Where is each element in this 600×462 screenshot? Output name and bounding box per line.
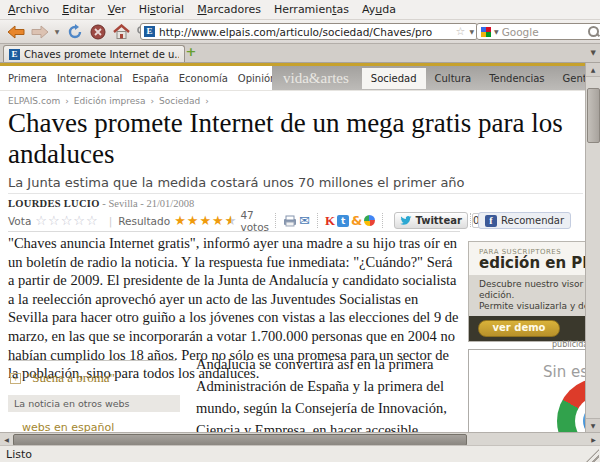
breadcrumb-edicion[interactable]: Edición impresa (74, 96, 146, 106)
article-headline: Chaves promete Internet de un mega grati… (8, 108, 585, 170)
tab-list-dropdown-icon[interactable]: ▼ (591, 49, 596, 57)
separator (382, 213, 383, 228)
breadcrumb-sociedad[interactable]: Sociedad (159, 96, 200, 106)
reload-button[interactable] (64, 22, 86, 41)
byline-place: Sevilla (108, 198, 137, 209)
pdf-description: Descubre nuestro visor de la edición. Pe… (469, 275, 585, 316)
pdf-promo-box: PARA SUSCRIPTORES edición en PDF Descubr… (468, 241, 585, 342)
resize-grip[interactable] (586, 449, 599, 462)
tab-bar: E Chaves promete Internet de u... + ▼ (0, 44, 600, 63)
search-input[interactable]: Google (502, 26, 585, 38)
expand-icon: + (10, 373, 21, 384)
tuenti-icon[interactable]: t (337, 214, 349, 228)
band-tab-cultura[interactable]: Cultura (426, 68, 481, 89)
tab-active[interactable]: E Chaves promete Internet de u... (3, 45, 185, 62)
engine-dropdown-icon[interactable]: ▼ (494, 28, 499, 35)
scroll-up-button[interactable]: ▲ (586, 63, 600, 77)
vertical-scrollbar-thumb[interactable] (587, 88, 600, 143)
band-tab-tendencias[interactable]: Tendencias (480, 68, 553, 89)
share-ball-icon[interactable] (364, 214, 375, 228)
horizontal-scrollbar[interactable]: ◀ ▶ (0, 432, 600, 445)
nav-link-espana[interactable]: España (132, 73, 168, 84)
menu-marcadores[interactable]: Marcadores (197, 3, 261, 16)
other-webs-link[interactable]: webs en español (22, 421, 114, 432)
browser-window: Archivo Editar Ver Historial Marcadores … (0, 0, 600, 462)
vertical-scrollbar[interactable]: ▲ ▼ (585, 63, 600, 432)
nav-link-economia[interactable]: Economía (179, 73, 228, 84)
separator: | (109, 215, 113, 227)
byline-author: LOURDES LUCIO (8, 198, 100, 209)
print-icon[interactable] (283, 214, 297, 228)
article-subhead: La Junta estima que la medida costará un… (8, 175, 568, 190)
scroll-down-button[interactable]: ▼ (586, 418, 600, 432)
other-webs-header: La noticia en otros webs (8, 395, 180, 412)
band-title: vida&artes (272, 70, 362, 87)
byline-date: 21/01/2008 (146, 198, 194, 209)
band-tab-sociedad[interactable]: Sociedad (362, 68, 426, 89)
result-half-star: ★★ (225, 213, 237, 228)
twitter-bird-icon (400, 215, 412, 227)
article-paragraph-2: Andalucía se convertirá así en la primer… (196, 353, 462, 432)
twitter-share-button[interactable]: Twittear (394, 212, 467, 229)
tab-title: Chaves promete Internet de u... (24, 49, 179, 60)
vote-count: 47 votos (240, 209, 269, 233)
facebook-recommend-button[interactable]: f Recomendar (478, 212, 571, 229)
vote-stars[interactable]: ☆☆☆☆☆ (35, 213, 98, 228)
search-bar[interactable]: ▼ Google (476, 23, 600, 40)
meneame-icon[interactable]: & (351, 214, 362, 228)
article-byline: LOURDES LUCIO - Sevilla - 21/01/2008 (8, 193, 583, 209)
stop-button[interactable] (87, 22, 109, 41)
new-tab-button[interactable]: + (183, 45, 199, 60)
url-bar[interactable]: E http://www.elpais.com/articulo/socieda… (140, 23, 478, 40)
vote-label: Vota (8, 215, 31, 227)
separator (275, 213, 276, 228)
history-dropdown-icon[interactable]: ▼ (52, 22, 62, 41)
menu-ver[interactable]: Ver (108, 3, 126, 16)
scroll-right-button[interactable]: ▶ (587, 433, 600, 445)
breadcrumb-home[interactable]: ELPAIS.com (8, 96, 60, 106)
related-link[interactable]: + "Suena a broma" (10, 370, 115, 386)
advert-label: publicidad (552, 340, 585, 349)
navigation-toolbar: ▼ E http://www.elpais.com/articulo/socie… (0, 20, 600, 44)
menu-editar[interactable]: Editar (62, 3, 95, 16)
bookmark-star-icon[interactable]: ☆ (456, 27, 466, 37)
site-favicon: E (144, 26, 155, 37)
url-dropdown-icon[interactable]: ▼ (469, 28, 474, 35)
site-navigation: Primera Internacional España Economía Op… (0, 66, 585, 91)
google-engine-icon[interactable] (481, 27, 491, 37)
pdf-title: edición en PDF (479, 254, 585, 272)
menu-archivo[interactable]: Archivo (8, 3, 49, 16)
breadcrumb-separator: › (150, 96, 154, 106)
search-icon[interactable] (588, 26, 599, 37)
menu-herramientas[interactable]: Herramientas (274, 3, 349, 16)
advert-box[interactable]: Sin espera (468, 349, 585, 432)
nav-link-internacional[interactable]: Internacional (57, 73, 122, 84)
menu-historial[interactable]: Historial (139, 3, 184, 16)
divider (8, 360, 176, 361)
email-icon[interactable]: ✉ (299, 214, 310, 228)
nav-link-opinion[interactable]: Opinión (238, 73, 277, 84)
status-bar: Listo (0, 445, 600, 462)
nav-link-primera[interactable]: Primera (8, 73, 47, 84)
band-tab-gente[interactable]: Gente (554, 68, 586, 89)
breadcrumb: ELPAIS.com › Edición impresa › Sociedad … (8, 96, 209, 106)
ver-demo-button[interactable]: ver demo (478, 320, 560, 337)
chrome-logo-icon (557, 378, 585, 432)
tab-favicon: E (9, 49, 20, 60)
menu-bar: Archivo Editar Ver Historial Marcadores … (0, 0, 600, 20)
status-text: Listo (6, 448, 32, 461)
result-label: Resultado (118, 215, 170, 227)
wikio-icon[interactable]: K (325, 214, 335, 228)
advert-text: Sin espera (543, 363, 585, 381)
facebook-icon: f (485, 215, 497, 227)
scroll-left-button[interactable]: ◀ (0, 433, 13, 445)
url-text[interactable]: http://www.elpais.com/articulo/sociedad/… (159, 26, 452, 38)
vote-toolbar: Vota ☆☆☆☆☆ | Resultado ★★★★ ★★ 47 votos … (8, 210, 460, 232)
home-button[interactable] (110, 22, 132, 41)
menu-ayuda[interactable]: Ayuda (362, 3, 396, 16)
result-stars: ★★★★ (174, 213, 225, 228)
back-button[interactable] (4, 22, 28, 41)
page-viewport: Primera Internacional España Economía Op… (0, 63, 585, 432)
forward-button[interactable] (28, 22, 52, 41)
breadcrumb-separator: › (205, 96, 209, 106)
